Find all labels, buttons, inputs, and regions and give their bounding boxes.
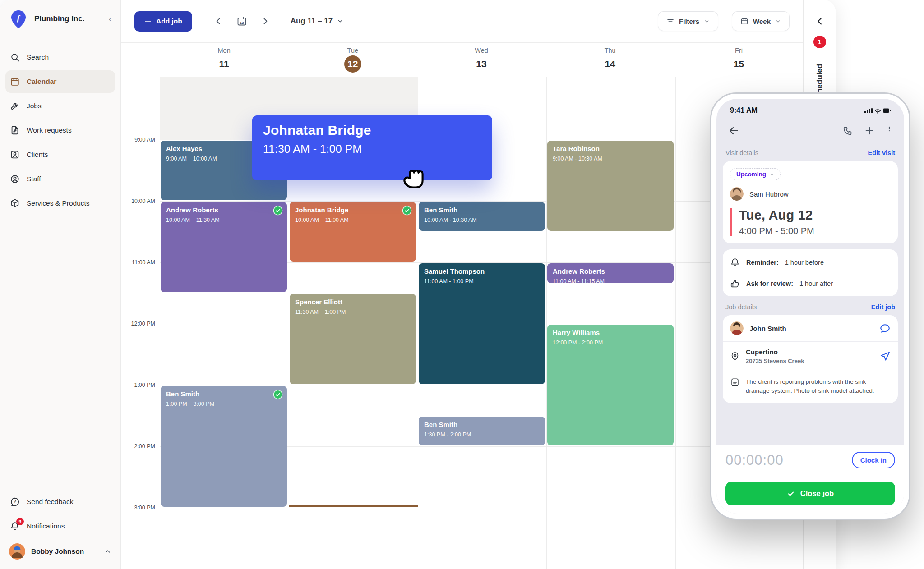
sidebar-item-work-requests[interactable]: Work requests (5, 119, 115, 142)
event-time: 1:00 PM – 3:00 PM (166, 401, 282, 407)
visit-date: Tue, Aug 12 (739, 208, 814, 223)
hour-label: 9:00 AM (121, 137, 155, 143)
prev-week-icon[interactable] (214, 17, 223, 26)
event-card[interactable]: Johnatan Bridge10:00 AM – 11:00 AM (290, 202, 416, 262)
day-header-mon[interactable]: Mon11 (160, 43, 288, 77)
review-label: Ask for review: (746, 280, 793, 287)
sidebar-item-send-feedback[interactable]: ?Send feedback (5, 491, 115, 513)
visit-status-selector[interactable]: Upcoming (730, 168, 781, 180)
day-header-wed[interactable]: Wed13 (417, 43, 545, 77)
hour-label: 10:00 AM (121, 198, 155, 204)
sidebar-item-label: Clients (27, 151, 48, 159)
event-card[interactable]: Andrew Roberts11:00 AM - 11:15 AM (547, 263, 674, 283)
day-gridline (546, 77, 547, 569)
event-card[interactable]: Andrew Roberts10:00 AM – 11:30 AM (161, 202, 287, 292)
event-card[interactable]: Harry Williams12:00 PM - 2:00 PM (547, 325, 674, 445)
hour-label: 11:00 AM (121, 259, 155, 266)
sidebar-item-label: Notifications (27, 522, 65, 530)
edit-job-link[interactable]: Edit job (871, 303, 895, 311)
sidebar-item-calendar[interactable]: Calendar (5, 70, 115, 93)
hour-gridline (160, 201, 803, 202)
visit-settings-card: Reminder: 1 hour before Ask for review: … (723, 249, 898, 296)
work-request-icon (10, 125, 20, 135)
unscheduled-count-badge: 1 (813, 36, 826, 48)
event-title: Andrew Roberts (553, 267, 668, 276)
search-icon (10, 52, 20, 62)
event-time: 10:00 AM – 11:00 AM (295, 217, 411, 223)
event-card[interactable]: Ben Smith1:30 PM - 2:00 PM (419, 417, 545, 445)
next-week-icon[interactable] (261, 17, 270, 26)
event-title: Ben Smith (424, 421, 540, 429)
client-name: Sam Hubrow (749, 190, 789, 198)
event-title: Ben Smith (166, 390, 282, 399)
day-header-tue[interactable]: Tue12 (288, 43, 417, 77)
view-selector-button[interactable]: Week (732, 11, 790, 31)
sidebar-item-jobs[interactable]: Jobs (5, 95, 115, 117)
sidebar-collapse-icon[interactable]: ‹ (109, 14, 111, 24)
bell-icon: 9 (10, 521, 20, 531)
sidebar-item-services-products[interactable]: Services & Products (5, 192, 115, 215)
add-icon[interactable] (864, 126, 874, 136)
job-address: 20735 Stevens Creek (746, 358, 873, 364)
calendar-icon (10, 77, 20, 87)
hour-label: 1:00 PM (121, 382, 155, 388)
hour-label: 2:00 PM (121, 443, 155, 450)
company-name: Plumbing Inc. (34, 14, 109, 23)
sidebar-item-label: Send feedback (27, 498, 73, 506)
day-name: Mon (217, 47, 230, 54)
more-options-icon[interactable] (886, 126, 892, 136)
dragged-event-card[interactable]: Johnatan Bridge 11:30 AM - 1:00 PM (252, 115, 492, 180)
event-time: 11:00 AM - 1:00 PM (424, 278, 540, 284)
chevron-up-icon[interactable] (104, 548, 111, 555)
back-icon[interactable] (728, 125, 739, 136)
event-title: Samuel Thompson (424, 267, 540, 276)
hour-label: 12:00 PM (121, 321, 155, 327)
today-calendar-icon[interactable]: 12 (236, 16, 247, 27)
event-time: 10:00 AM - 10:30 AM (424, 217, 540, 223)
svg-text:12: 12 (240, 21, 244, 25)
event-title: Ben Smith (424, 206, 540, 215)
event-card[interactable]: Ben Smith10:00 AM - 10:30 AM (419, 202, 545, 231)
status-icons (864, 107, 891, 114)
job-details-label: Job details (725, 303, 871, 311)
status-time: 9:41 AM (730, 106, 864, 115)
day-header-fri[interactable]: Fri15 (675, 43, 803, 77)
feedback-icon: ? (10, 497, 20, 507)
visit-details-card: Upcoming Sam Hubrow Tue, Aug 12 4:00 PM … (723, 161, 898, 243)
sidebar-item-clients[interactable]: Clients (5, 143, 115, 166)
user-avatar (9, 543, 25, 560)
event-card[interactable]: Samuel Thompson11:00 AM - 1:00 PM (419, 263, 545, 384)
user-menu[interactable]: Bobby Johnson (5, 539, 115, 564)
hour-gridline (160, 385, 803, 385)
clock-in-button[interactable]: Clock in (852, 452, 895, 468)
cube-icon (10, 198, 20, 208)
job-details-card: John Smith Cupertino 20735 Stevens Creek… (723, 315, 898, 403)
date-range-selector[interactable]: Aug 11 – 17 (291, 17, 344, 26)
sidebar-item-search[interactable]: Search (5, 46, 115, 69)
event-title: Johnatan Bridge (295, 206, 411, 215)
visit-details-label: Visit details (725, 149, 868, 156)
sidebar-item-label: Staff (27, 175, 41, 183)
chevron-down-icon (770, 172, 774, 177)
client-avatar (730, 187, 744, 201)
technician-row: John Smith (723, 315, 898, 341)
day-header-thu[interactable]: Thu14 (546, 43, 675, 77)
close-job-button[interactable]: Close job (725, 482, 895, 505)
expand-panel-icon[interactable] (815, 16, 825, 26)
filters-button[interactable]: Filters (658, 11, 718, 31)
event-card[interactable]: Ben Smith1:00 PM – 3:00 PM (161, 386, 287, 507)
edit-visit-link[interactable]: Edit visit (868, 149, 895, 156)
event-card[interactable]: Tara Robinson9:00 AM - 10:30 AM (547, 141, 674, 231)
clients-icon (10, 150, 20, 160)
sidebar-footer: ?Send feedback9Notifications (0, 491, 120, 537)
sidebar-item-staff[interactable]: Staff (5, 168, 115, 190)
svg-text:ƒ: ƒ (16, 13, 21, 23)
add-job-button[interactable]: Add job (134, 11, 192, 32)
call-icon[interactable] (843, 126, 853, 136)
hour-label: 3:00 PM (121, 505, 155, 511)
note-icon (730, 377, 740, 387)
day-number: 11 (216, 55, 233, 73)
event-card[interactable]: Spencer Elliott11:30 AM – 1:00 PM (290, 294, 416, 384)
wrench-icon (10, 101, 20, 111)
sidebar-item-notifications[interactable]: 9Notifications (5, 515, 115, 537)
